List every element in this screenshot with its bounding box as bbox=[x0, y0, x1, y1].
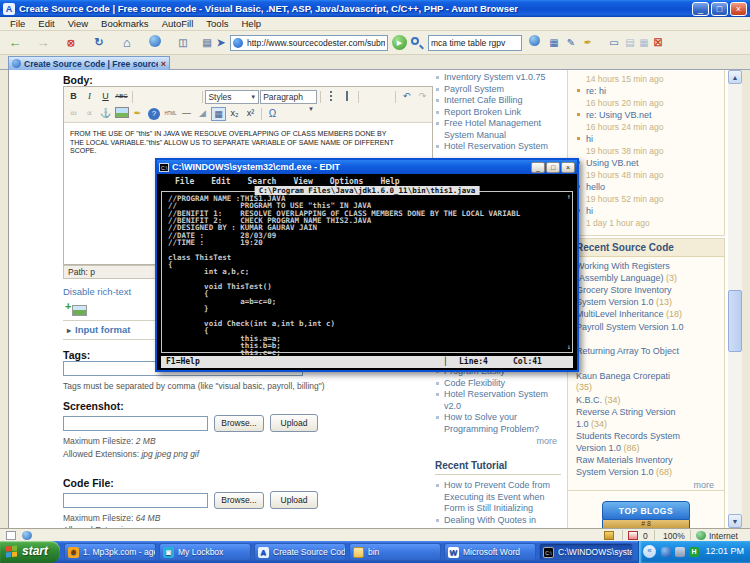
page-edit-icon[interactable]: ✎ bbox=[563, 35, 579, 51]
edit-scroll-up-icon[interactable]: ↑ bbox=[567, 193, 571, 201]
omega-icon[interactable]: Ω bbox=[265, 107, 280, 121]
list-item[interactable]: Code Flexibility bbox=[435, 378, 561, 390]
window-layout-icon[interactable]: ◫ bbox=[172, 34, 194, 52]
close-button[interactable]: × bbox=[730, 2, 747, 16]
source-link[interactable]: Students Records System Version 1.0 (86) bbox=[568, 431, 698, 455]
tray-collapse-icon[interactable]: « bbox=[643, 545, 656, 558]
remove-format-icon[interactable]: ◢ bbox=[195, 107, 210, 121]
add-image-icon[interactable]: + bbox=[65, 300, 87, 316]
source-link[interactable]: Working With Registers (Assembly Languag… bbox=[568, 261, 698, 285]
styles-select[interactable]: Styles▼ bbox=[205, 90, 259, 104]
minimize-button[interactable]: _ bbox=[692, 2, 709, 16]
undo-icon[interactable]: ↶ bbox=[399, 90, 414, 104]
top-blogs-badge[interactable]: TOP BLOGS bbox=[602, 501, 690, 520]
edit-help-hint[interactable]: F1=Help bbox=[166, 356, 200, 368]
taskbar-task-mylockbox[interactable]: ◙ My Lockbox bbox=[159, 543, 251, 561]
start-button[interactable]: start bbox=[0, 541, 60, 563]
horizontal-rule-icon[interactable]: — bbox=[179, 107, 194, 121]
taskbar-clock[interactable]: 12:01 PM bbox=[705, 546, 744, 556]
help-icon[interactable]: ? bbox=[148, 108, 160, 120]
java-source-code[interactable]: //PROGRAM NAME :THIS1.JAVA // PROGRAM TO… bbox=[168, 195, 520, 357]
menu-bookmarks[interactable]: Bookmarks bbox=[101, 18, 149, 29]
source-link[interactable]: Kaun Banega Crorepati (35) bbox=[568, 371, 698, 395]
underline-icon[interactable]: U bbox=[98, 90, 113, 104]
menu-edit[interactable]: Edit bbox=[38, 18, 54, 29]
superscript-icon[interactable]: x² bbox=[243, 107, 258, 121]
source-link[interactable]: Grocery Store Inventory System Version 1… bbox=[568, 285, 698, 309]
numbered-list-icon[interactable] bbox=[340, 90, 355, 104]
web-search-icon[interactable] bbox=[526, 35, 542, 51]
taskbar-task-bin-folder[interactable]: bin bbox=[349, 543, 441, 561]
menu-autofill[interactable]: AutoFill bbox=[162, 18, 194, 29]
more-link[interactable]: more bbox=[568, 480, 724, 490]
disable-richtext-link[interactable]: Disable rich-text bbox=[63, 286, 131, 297]
unlink-icon[interactable]: ∝ bbox=[82, 107, 97, 121]
comment-link[interactable]: re: Using VB.net bbox=[586, 110, 652, 120]
tab-create-source-code[interactable]: Create Source Code | Free source cod... … bbox=[8, 56, 170, 70]
insert-image-icon[interactable] bbox=[114, 107, 129, 121]
zoom-level[interactable]: 100% bbox=[663, 531, 685, 541]
edit-menu-options[interactable]: Options bbox=[330, 177, 364, 186]
paragraph-select[interactable]: Paragraph▼ bbox=[260, 90, 317, 104]
align-center-icon[interactable] bbox=[152, 90, 167, 104]
cmd-minimize-button[interactable]: _ bbox=[531, 162, 545, 173]
scroll-up-icon[interactable]: ▲ bbox=[728, 70, 742, 84]
edit-scroll-down-icon[interactable]: ↓ bbox=[567, 343, 571, 351]
search-input[interactable] bbox=[428, 35, 522, 51]
cmd-restore-button[interactable]: □ bbox=[546, 162, 560, 173]
new-page-icon[interactable]: ▭ bbox=[606, 35, 622, 51]
close-all-icon[interactable]: ☒ bbox=[650, 35, 666, 51]
body-textarea[interactable]: FROM THE USE OF "this" IN JAVA WE RESOLV… bbox=[64, 123, 404, 163]
taskbar-task-mp3pk[interactable]: ✸ 1. Mp3pk.com - age... bbox=[64, 543, 156, 561]
forward-icon[interactable]: → bbox=[32, 34, 54, 52]
taskbar-task-avant[interactable]: A Create Source Code... bbox=[254, 543, 346, 561]
list-item[interactable]: Report Broken Link bbox=[435, 107, 561, 119]
pointer-flag-icon[interactable]: ➤ bbox=[210, 34, 232, 52]
codefile-file-input[interactable] bbox=[63, 493, 208, 508]
list-item[interactable]: Free Hotel Management System Manual bbox=[435, 118, 561, 141]
taskbar-task-word[interactable]: W Microsoft Word bbox=[444, 543, 536, 561]
screenshot-file-input[interactable] bbox=[63, 416, 208, 431]
codefile-upload-button[interactable]: Upload bbox=[270, 491, 318, 509]
tray-volume-icon[interactable] bbox=[675, 547, 685, 557]
page-scrollbar[interactable]: ▲ ▼ bbox=[728, 70, 742, 528]
popup-blocker-icon[interactable] bbox=[628, 531, 638, 540]
comment-link[interactable]: hi bbox=[586, 134, 593, 144]
cmd-edit-window[interactable]: C:\ C:\WINDOWS\system32\cmd.exe - EDIT _… bbox=[155, 158, 579, 372]
edit-menu-help[interactable]: Help bbox=[380, 177, 399, 186]
redo-icon[interactable]: ↷ bbox=[415, 90, 430, 104]
source-link[interactable]: K.B.C. (34) bbox=[568, 395, 698, 408]
go-button[interactable]: ▶ bbox=[392, 35, 407, 50]
list-item[interactable]: Dealing With Quotes in bbox=[435, 515, 561, 527]
history-globe-icon[interactable] bbox=[144, 34, 166, 52]
address-input[interactable] bbox=[230, 35, 388, 51]
home-icon[interactable]: ⌂ bbox=[116, 34, 138, 52]
source-link[interactable]: Raw Materials Inventory System Version 1… bbox=[568, 455, 698, 479]
list-item[interactable]: How to Solve your Programming Problem? bbox=[435, 412, 561, 435]
codefile-browse-button[interactable]: Browse... bbox=[214, 492, 264, 509]
screenshot-browse-button[interactable]: Browse... bbox=[214, 415, 264, 432]
refresh-icon[interactable]: ↻ bbox=[88, 34, 110, 52]
anchor-icon[interactable]: ⚓ bbox=[98, 107, 113, 121]
highlighter-icon[interactable]: ✒ bbox=[580, 35, 596, 51]
input-format-toggle[interactable]: ▸Input format bbox=[67, 324, 130, 335]
cleanup-icon[interactable]: ✒ bbox=[130, 107, 145, 121]
indent-icon[interactable] bbox=[377, 90, 392, 104]
list-item[interactable]: Hotel Reservation System v2.0 bbox=[435, 389, 561, 412]
list-item[interactable]: Inventory System v1.0.75 bbox=[435, 72, 561, 84]
comment-link[interactable]: Using VB.net bbox=[586, 158, 639, 168]
tab-close-icon[interactable]: × bbox=[161, 59, 166, 69]
stop-icon[interactable]: ⦻ bbox=[60, 34, 82, 52]
edit-menu-edit[interactable]: Edit bbox=[211, 177, 230, 186]
tray-network-icon[interactable] bbox=[661, 547, 671, 557]
html-source-icon[interactable]: HTML bbox=[163, 107, 178, 121]
list-item[interactable]: Internet Cafe Billing bbox=[435, 95, 561, 107]
align-left-icon[interactable] bbox=[136, 90, 151, 104]
cmd-titlebar[interactable]: C:\ C:\WINDOWS\system32\cmd.exe - EDIT _… bbox=[157, 160, 577, 174]
strikethrough-icon[interactable]: ABC bbox=[114, 90, 129, 104]
cmd-console[interactable]: FileEditSearchViewOptionsHelp C:\Program… bbox=[157, 174, 577, 370]
translate-icon[interactable]: ▦ bbox=[546, 35, 562, 51]
comment-link[interactable]: hello bbox=[586, 182, 605, 192]
bold-icon[interactable]: B bbox=[66, 90, 81, 104]
subscript-icon[interactable]: x₂ bbox=[227, 107, 242, 121]
